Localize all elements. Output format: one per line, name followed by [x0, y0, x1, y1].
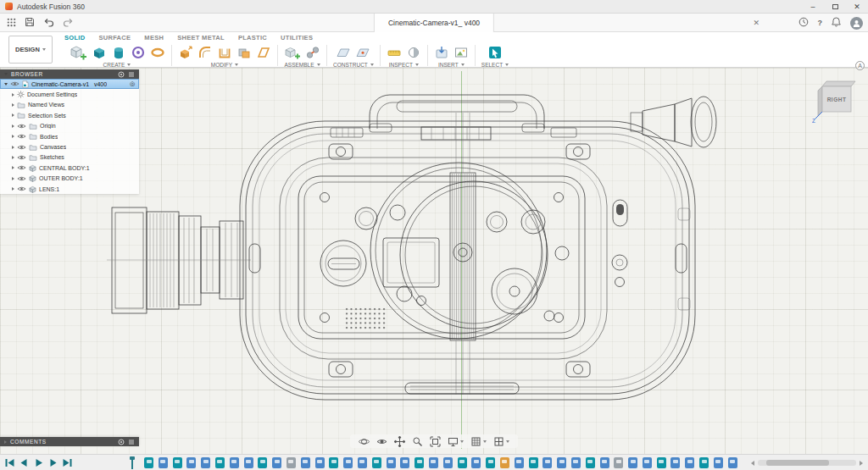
- expand-arrow-icon[interactable]: [12, 113, 14, 117]
- expand-arrow-icon[interactable]: [4, 83, 8, 86]
- redo-icon[interactable]: [63, 15, 74, 30]
- new-component-tool[interactable]: [69, 44, 87, 61]
- timeline-position-marker[interactable]: [130, 456, 135, 469]
- browser-item-central-body[interactable]: CENTRAL BODY:1: [0, 163, 139, 173]
- browser-item-selection-sets[interactable]: Selection Sets: [0, 110, 139, 120]
- timeline-feature-sketch-icon[interactable]: [329, 457, 338, 468]
- eye-icon[interactable]: [17, 133, 26, 140]
- timeline-feature-feature-icon[interactable]: [557, 457, 566, 468]
- section-analysis-tool[interactable]: [406, 45, 421, 60]
- tab-surface[interactable]: SURFACE: [98, 34, 131, 41]
- timeline-feature-feature-icon[interactable]: [315, 457, 325, 468]
- timeline-feature-construct-icon[interactable]: [287, 457, 296, 468]
- press-pull-tool[interactable]: [178, 45, 193, 60]
- timeline-feature-feature-icon[interactable]: [387, 457, 396, 468]
- browser-header[interactable]: BROWSER: [0, 69, 139, 79]
- midplane-tool[interactable]: [355, 45, 370, 60]
- timeline-feature-sketch-icon[interactable]: [529, 457, 538, 468]
- timeline-feature-appearance-icon[interactable]: [500, 457, 509, 468]
- cylinder-tool[interactable]: [111, 45, 126, 60]
- browser-item-bodies[interactable]: Bodies: [0, 131, 139, 141]
- timeline-feature-feature-icon[interactable]: [670, 457, 680, 468]
- expand-arrow-icon[interactable]: [12, 177, 14, 180]
- timeline-feature-feature-icon[interactable]: [714, 457, 723, 468]
- timeline-feature-feature-icon[interactable]: [628, 457, 637, 468]
- expand-arrow-icon[interactable]: [12, 187, 14, 191]
- autodesk-a-badge[interactable]: A: [855, 61, 865, 70]
- expand-arrow-icon[interactable]: [12, 146, 14, 149]
- eye-icon[interactable]: [17, 144, 26, 151]
- viewports-button[interactable]: [493, 436, 509, 447]
- tab-solid[interactable]: SOLID: [64, 34, 85, 41]
- browser-item-outer-body[interactable]: OUTER BODY:1: [0, 174, 139, 184]
- fillet-tool[interactable]: [198, 45, 213, 60]
- browser-item-canvases[interactable]: Canvases: [0, 141, 139, 152]
- select-tool[interactable]: [487, 45, 503, 60]
- browser-item-lens[interactable]: LENS:1: [0, 184, 139, 194]
- zoom-button[interactable]: [412, 436, 423, 447]
- timeline-feature-feature-icon[interactable]: [272, 457, 281, 468]
- eye-icon[interactable]: [10, 80, 19, 87]
- timeline-feature-feature-icon[interactable]: [159, 457, 168, 468]
- timeline-feature-sketch-icon[interactable]: [458, 457, 467, 468]
- timeline-feature-sketch-icon[interactable]: [173, 457, 182, 468]
- create-group-label[interactable]: CREATE: [103, 61, 131, 68]
- timeline-feature-feature-icon[interactable]: [685, 457, 694, 468]
- timeline-feature-sketch-icon[interactable]: [486, 457, 495, 468]
- timeline-scrollbar[interactable]: [751, 459, 863, 467]
- expand-arrow-icon[interactable]: [12, 103, 14, 107]
- canvas-tool[interactable]: [453, 45, 469, 60]
- combine-tool[interactable]: [236, 45, 252, 60]
- panel-collapse-icon[interactable]: [4, 73, 8, 75]
- insert-tool[interactable]: [434, 45, 449, 60]
- browser-item-root[interactable]: Cinematic-Camera-v1_ v400 ◎: [0, 79, 139, 89]
- help-icon[interactable]: ?: [818, 19, 823, 27]
- pan-button[interactable]: [394, 436, 405, 447]
- offset-plane-tool[interactable]: [336, 45, 351, 60]
- expand-arrow-icon[interactable]: [12, 135, 14, 138]
- coil-tool[interactable]: [131, 45, 146, 60]
- app-grid-menu-icon[interactable]: [7, 15, 16, 30]
- timeline-feature-feature-icon[interactable]: [358, 457, 367, 468]
- joint-tool[interactable]: [305, 45, 320, 60]
- expand-arrow-icon[interactable]: [12, 93, 14, 97]
- fit-button[interactable]: [430, 436, 441, 447]
- window-maximize-button[interactable]: [824, 0, 846, 14]
- document-tab[interactable]: Cinematic-Camera-v1_ v400: [374, 14, 494, 32]
- panel-expand-icon[interactable]: [4, 440, 7, 444]
- activate-component-icon[interactable]: ◎: [130, 80, 135, 87]
- browser-item-sketches[interactable]: Sketches: [0, 152, 139, 163]
- expand-arrow-icon[interactable]: [12, 166, 14, 169]
- torus-tool[interactable]: [150, 45, 165, 60]
- browser-item-named-views[interactable]: Named Views: [0, 100, 139, 110]
- tab-close-icon[interactable]: ✕: [753, 14, 760, 32]
- measure-tool[interactable]: [387, 45, 402, 60]
- timeline-feature-feature-icon[interactable]: [515, 457, 524, 468]
- inspect-group-label[interactable]: INSPECT: [389, 61, 419, 68]
- scroll-right-icon[interactable]: [860, 461, 863, 466]
- timeline-feature-construct-icon[interactable]: [614, 457, 623, 468]
- go-to-start-button[interactable]: [4, 457, 15, 468]
- timeline-feature-feature-icon[interactable]: [400, 457, 409, 468]
- tab-sheet-metal[interactable]: SHEET METAL: [177, 34, 225, 41]
- eye-icon[interactable]: [17, 154, 26, 161]
- construct-group-label[interactable]: CONSTRUCT: [333, 61, 374, 68]
- select-group-label[interactable]: SELECT: [481, 61, 509, 68]
- timeline-feature-feature-icon[interactable]: [186, 457, 196, 468]
- timeline-feature-sketch-icon[interactable]: [144, 457, 153, 468]
- workspace-selector[interactable]: DESIGN: [8, 36, 53, 64]
- timeline-feature-feature-icon[interactable]: [471, 457, 481, 468]
- expand-arrow-icon[interactable]: [12, 124, 14, 128]
- tab-mesh[interactable]: MESH: [144, 34, 164, 41]
- modify-group-label[interactable]: MODIFY: [211, 61, 238, 68]
- panel-menu-icon[interactable]: [128, 439, 135, 445]
- timeline-feature-feature-icon[interactable]: [429, 457, 438, 468]
- viewcube-face-label[interactable]: RIGHT: [827, 97, 847, 102]
- browser-item-origin[interactable]: Origin: [0, 121, 139, 131]
- timeline-feature-sketch-icon[interactable]: [586, 457, 595, 468]
- timeline-feature-feature-icon[interactable]: [643, 457, 652, 468]
- window-close-button[interactable]: ✕: [846, 0, 868, 14]
- go-to-end-button[interactable]: [62, 457, 73, 468]
- timeline-feature-feature-icon[interactable]: [600, 457, 609, 468]
- timeline-feature-feature-icon[interactable]: [728, 457, 737, 468]
